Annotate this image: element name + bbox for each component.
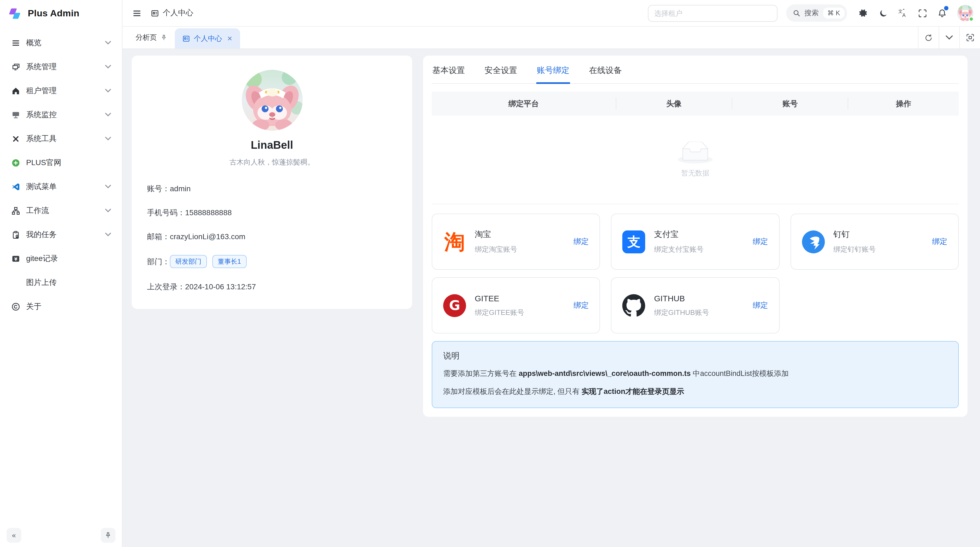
gitee-icon: G bbox=[443, 294, 466, 317]
fullscreen-button[interactable] bbox=[913, 4, 931, 22]
sidebar-item-test-menu[interactable]: 测试菜单 bbox=[5, 177, 116, 197]
sidebar-item-about[interactable]: 关于 bbox=[5, 297, 116, 317]
profile-motto: 古木向人秋，惊蓬掠鬓稠。 bbox=[147, 158, 397, 167]
sidebar-collapse-button[interactable]: « bbox=[6, 528, 21, 542]
bind-link-github[interactable]: 绑定 bbox=[753, 300, 768, 310]
platform-name: 支付宝 bbox=[654, 229, 704, 239]
note-title: 说明 bbox=[443, 351, 947, 361]
tools-icon bbox=[11, 134, 20, 143]
settings-panel: 基本设置 安全设置 账号绑定 在线设备 绑定平台 头像 账号 操作 bbox=[423, 56, 967, 417]
sidebar-menu: 概览 系统管理 租户管理 系统监控 bbox=[0, 27, 122, 523]
empty-text: 暂无数据 bbox=[681, 168, 710, 178]
bind-link-alipay[interactable]: 绑定 bbox=[753, 237, 768, 247]
binding-cards: 淘 淘宝 绑定淘宝账号 绑定 支 支付宝 bbox=[432, 214, 959, 333]
notifications-button[interactable] bbox=[933, 4, 951, 22]
close-tab-icon[interactable]: ✕ bbox=[227, 35, 232, 42]
sidebar-item-plus-website[interactable]: PLUS官网 bbox=[5, 153, 116, 173]
sidebar-item-workflow[interactable]: 工作流 bbox=[5, 201, 116, 221]
profile-field-account: 账号： admin bbox=[147, 183, 397, 194]
language-button[interactable]: 文A bbox=[894, 4, 912, 22]
app-logo: Plus Admin bbox=[0, 0, 122, 27]
breadcrumb[interactable]: 个人中心 bbox=[151, 8, 193, 18]
tab-online-devices[interactable]: 在线设备 bbox=[589, 56, 622, 83]
global-search-button[interactable]: 搜索 ⌘ K bbox=[786, 4, 847, 22]
tab-basic-settings[interactable]: 基本设置 bbox=[432, 56, 466, 83]
search-label: 搜索 bbox=[804, 8, 819, 18]
top-header: 个人中心 搜索 ⌘ K 文A bbox=[123, 0, 980, 27]
search-icon bbox=[792, 9, 800, 17]
dark-mode-button[interactable] bbox=[874, 4, 892, 22]
app-window: Plus Admin 概览 系统管理 租户管理 bbox=[0, 0, 980, 547]
note-line-2: 添加对应模板后会在此处显示绑定, 但只有 实现了action才能在登录页显示 bbox=[443, 386, 947, 397]
sidebar-toggle-button[interactable] bbox=[128, 4, 145, 22]
chevron-down-icon bbox=[105, 65, 111, 69]
maximize-content-button[interactable] bbox=[959, 27, 980, 48]
refresh-tab-button[interactable] bbox=[918, 27, 939, 48]
col-platform: 绑定平台 bbox=[432, 97, 616, 110]
user-avatar[interactable] bbox=[957, 5, 974, 21]
empty-state: 暂无数据 bbox=[432, 115, 959, 204]
search-shortcut-kbd: ⌘ K bbox=[823, 8, 845, 19]
chevron-down-icon bbox=[105, 209, 111, 212]
alipay-icon: 支 bbox=[622, 230, 646, 253]
chevron-down-icon bbox=[105, 137, 111, 140]
tab-analysis[interactable]: 分析页 bbox=[128, 27, 175, 48]
profile-field-phone: 手机号码： 15888888888 bbox=[147, 207, 397, 218]
sidebar-item-system-monitor[interactable]: 系统监控 bbox=[5, 105, 116, 125]
sidebar: Plus Admin 概览 系统管理 租户管理 bbox=[0, 0, 123, 547]
bind-link-gitee[interactable]: 绑定 bbox=[574, 300, 589, 310]
display-icon bbox=[11, 110, 20, 119]
dept-tag: 董事长1 bbox=[212, 255, 247, 268]
pin-icon bbox=[161, 34, 167, 41]
sidebar-item-overview[interactable]: 概览 bbox=[5, 33, 116, 53]
chevron-down-icon bbox=[105, 89, 111, 92]
monitor-icon bbox=[11, 62, 20, 71]
tenant-select-input[interactable] bbox=[648, 5, 777, 22]
sidebar-item-tenant-management[interactable]: 租户管理 bbox=[5, 81, 116, 101]
profile-fields: 账号： admin 手机号码： 15888888888 邮箱： crazyLio… bbox=[147, 183, 397, 292]
binding-table: 绑定平台 头像 账号 操作 暂无数据 bbox=[432, 91, 959, 204]
chevron-down-icon bbox=[946, 35, 953, 40]
refresh-icon bbox=[924, 33, 932, 41]
tab-profile-center[interactable]: 个人中心 ✕ bbox=[175, 28, 240, 48]
taobao-icon: 淘 bbox=[443, 230, 466, 253]
yuan-badge-icon: ¥ bbox=[11, 254, 20, 263]
sidebar-pin-button[interactable] bbox=[101, 528, 115, 542]
sidebar-item-system-tools[interactable]: 系统工具 bbox=[5, 129, 116, 149]
page-content: LinaBell 古木向人秋，惊蓬掠鬓稠。 账号： admin 手机号码： 15… bbox=[123, 49, 980, 547]
chevron-down-icon bbox=[105, 185, 111, 188]
tab-account-binding[interactable]: 账号绑定 bbox=[536, 56, 570, 83]
sidebar-item-image-upload[interactable]: 图片上传 bbox=[5, 273, 116, 293]
platform-desc: 绑定GITEE账号 bbox=[475, 308, 524, 317]
settings-button[interactable] bbox=[855, 4, 872, 22]
menu-lines-icon bbox=[11, 38, 20, 48]
sidebar-item-gitee-records[interactable]: ¥ gitee记录 bbox=[5, 249, 116, 269]
profile-field-department: 部门： 研发部门 董事长1 bbox=[147, 255, 397, 268]
profile-field-email: 邮箱： crazyLionLi@163.com bbox=[147, 231, 397, 242]
id-card-icon bbox=[151, 9, 159, 17]
dept-tag: 研发部门 bbox=[170, 255, 207, 268]
bind-link-dingtalk[interactable]: 绑定 bbox=[932, 237, 947, 247]
app-title: Plus Admin bbox=[28, 8, 80, 19]
main-area: 个人中心 搜索 ⌘ K 文A bbox=[123, 0, 980, 547]
avatar-image bbox=[242, 70, 302, 131]
profile-card: LinaBell 古木向人秋，惊蓬掠鬓稠。 账号： admin 手机号码： 15… bbox=[132, 56, 412, 309]
binding-table-header: 绑定平台 头像 账号 操作 bbox=[432, 91, 959, 115]
tab-security-settings[interactable]: 安全设置 bbox=[484, 56, 518, 83]
col-account: 账号 bbox=[732, 97, 848, 110]
platform-desc: 绑定钉钉账号 bbox=[833, 244, 876, 254]
empty-box-icon bbox=[678, 141, 713, 164]
chevron-down-icon bbox=[105, 233, 111, 236]
tab-menu-button[interactable] bbox=[939, 27, 959, 48]
note-line-1: 需要添加第三方账号在 apps\web-antd\src\views\_core… bbox=[443, 368, 947, 379]
platform-name: 钉钉 bbox=[833, 229, 876, 239]
sidebar-item-my-tasks[interactable]: 我的任务 bbox=[5, 225, 116, 245]
notification-dot bbox=[944, 6, 948, 10]
tab-bar: 分析页 个人中心 ✕ bbox=[123, 27, 980, 49]
profile-name: LinaBell bbox=[147, 139, 397, 152]
dingtalk-icon bbox=[802, 230, 824, 253]
binding-card-taobao: 淘 淘宝 绑定淘宝账号 绑定 bbox=[432, 214, 600, 270]
sidebar-item-system-management[interactable]: 系统管理 bbox=[5, 57, 116, 77]
bind-link-taobao[interactable]: 绑定 bbox=[574, 237, 589, 247]
breadcrumb-label: 个人中心 bbox=[163, 8, 193, 18]
